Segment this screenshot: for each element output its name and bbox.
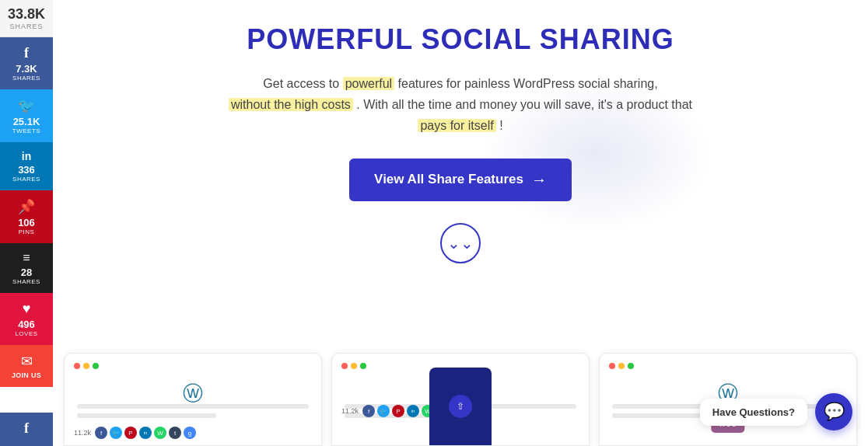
desc-text-2: features for painless WordPress social s… — [398, 77, 658, 90]
content-wrapper: POWERFUL SOCIAL SHARING Get access to po… — [115, 23, 806, 263]
wa-icon-1: W — [154, 427, 166, 439]
twitter-label: TWEETS — [12, 127, 40, 134]
chevron-down-icon: ⌄⌄ — [447, 234, 474, 253]
desc-highlight-powerful: powerful — [343, 77, 394, 90]
dot-green-1 — [93, 363, 99, 369]
love-icon: ♥ — [23, 301, 31, 317]
dot-green-3 — [628, 363, 634, 369]
linkedin-label: SHARES — [12, 176, 40, 183]
phone-mockup: ⇧ — [429, 368, 492, 445]
main-content: POWERFUL SOCIAL SHARING Get access to po… — [53, 0, 868, 294]
email-join-label: JOIN US — [12, 371, 41, 379]
twitter-icon: 🐦 — [18, 97, 35, 114]
card3-dots — [609, 363, 847, 369]
sidebar-item-love[interactable]: ♥ 496 LOVES — [0, 293, 53, 345]
love-count: 496 — [18, 319, 35, 330]
preview-card-2: ⓦ 11.2k f 🐦 P in W t ⇧ — [331, 353, 590, 446]
sidebar-total: 33.8K SHARES — [0, 0, 53, 37]
dot-red-2 — [341, 363, 348, 369]
chat-widget: Have Questions? 💬 — [700, 393, 852, 430]
facebook-label: SHARES — [12, 75, 40, 82]
sidebar-item-facebook[interactable]: f 7.3K SHARES — [0, 37, 53, 89]
chat-icon: 💬 — [824, 402, 845, 422]
total-count: 33.8K — [3, 6, 50, 23]
dot-red-3 — [609, 363, 615, 369]
pinterest-icon: 📌 — [18, 198, 35, 215]
tu-icon-1: t — [169, 427, 181, 439]
phone-share-icon: ⇧ — [449, 395, 472, 418]
share-symbol: ⇧ — [457, 401, 464, 412]
cta-button-label: View All Share Features — [374, 172, 523, 187]
sidebar-item-linkedin[interactable]: in 336 SHARES — [0, 142, 53, 190]
fb-icon-2: f — [362, 405, 375, 417]
sidebar-item-pinterest[interactable]: 📌 106 PINS — [0, 190, 53, 243]
pinterest-count: 106 — [18, 217, 35, 228]
desc-text-3: . With all the time and money you will s… — [356, 98, 692, 111]
line-1 — [77, 404, 309, 409]
card1-lines — [77, 404, 309, 423]
desc-text-4: ! — [499, 119, 502, 132]
sidebar-item-email[interactable]: ✉ JOIN US — [0, 345, 53, 387]
card1-logo-area: ⓦ — [74, 375, 312, 407]
pi-icon-2: P — [392, 405, 404, 417]
chat-bubble: Have Questions? — [700, 399, 807, 426]
main-description: Get access to powerful features for pain… — [219, 73, 702, 137]
share-count-2: 11.2k — [341, 407, 359, 415]
go-icon-1: g — [184, 427, 196, 439]
desc-highlight-pays: pays for itself — [418, 119, 495, 132]
li-icon-1: in — [139, 427, 152, 439]
buffer-icon: ≡ — [23, 251, 30, 265]
facebook-bottom-icon: f — [24, 420, 29, 437]
buffer-count: 28 — [21, 267, 32, 278]
dot-yellow-1 — [83, 363, 89, 369]
linkedin-icon: in — [22, 150, 31, 162]
pinterest-label: PINS — [19, 228, 35, 235]
desc-highlight-costs: without the high costs — [229, 98, 353, 111]
facebook-count: 7.3K — [16, 63, 37, 75]
fb-icon-1: f — [95, 427, 107, 439]
tw-icon-2: 🐦 — [377, 405, 390, 417]
twitter-count: 25.1K — [13, 116, 40, 127]
sidebar-item-twitter[interactable]: 🐦 25.1K TWEETS — [0, 89, 53, 142]
li-icon-2: in — [407, 405, 419, 417]
email-icon: ✉ — [21, 353, 33, 370]
arrow-icon: → — [531, 171, 547, 189]
dot-yellow-3 — [618, 363, 625, 369]
tw-icon-1: 🐦 — [110, 427, 122, 439]
sidebar-item-buffer[interactable]: ≡ 28 SHARES — [0, 243, 53, 293]
share-count-1: 11.2k — [74, 429, 91, 437]
buffer-label: SHARES — [12, 278, 40, 285]
desc-text-1: Get access to — [263, 77, 342, 90]
cta-button[interactable]: View All Share Features → — [349, 159, 572, 201]
total-label: SHARES — [3, 23, 50, 30]
dot-red-1 — [74, 363, 80, 369]
facebook-icon: f — [24, 45, 29, 61]
chat-button[interactable]: 💬 — [815, 393, 852, 430]
card1-dots — [74, 363, 312, 369]
page-title: POWERFUL SOCIAL SHARING — [115, 23, 806, 56]
linkedin-count: 336 — [18, 164, 35, 176]
card1-share-bar: 11.2k f 🐦 P in W t g — [74, 427, 312, 439]
wordpress-logo-1: ⓦ — [183, 382, 203, 405]
preview-card-1: ⓦ 11.2k f 🐦 P in W t g — [64, 353, 322, 446]
scroll-down-button[interactable]: ⌄⌄ — [440, 223, 481, 263]
pi-icon-1: P — [124, 427, 137, 439]
dot-green-2 — [360, 363, 366, 369]
line-2 — [77, 413, 216, 418]
dot-yellow-2 — [351, 363, 357, 369]
sidebar: 33.8K SHARES f 7.3K SHARES 🐦 25.1K TWEET… — [0, 0, 53, 446]
love-label: LOVES — [15, 330, 37, 337]
sidebar-item-facebook-bottom[interactable]: f — [0, 413, 53, 446]
